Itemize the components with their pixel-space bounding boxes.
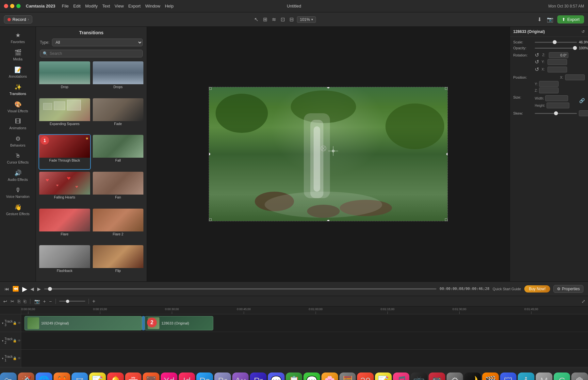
scrub-track[interactable]: [44, 288, 436, 290]
ripple-icon[interactable]: ≋: [270, 16, 277, 23]
dock-finder[interactable]: 🗂: [0, 372, 17, 380]
type-select[interactable]: All: [52, 39, 143, 46]
dock-photos[interactable]: 🌸: [321, 372, 338, 380]
menu-help[interactable]: Help: [165, 4, 174, 8]
next-frame-button[interactable]: ▶: [37, 286, 41, 292]
scale-slider[interactable]: [535, 42, 577, 43]
menu-export[interactable]: Export: [128, 4, 141, 8]
nav-audio-effects[interactable]: 🔊 Audio Effects: [2, 167, 34, 184]
dock-nordvpn[interactable]: 🛡: [500, 372, 517, 380]
camera-capture-button[interactable]: 📷: [34, 298, 41, 305]
nav-annotations[interactable]: 📝 Annotations: [2, 64, 34, 81]
dock-fantastical2[interactable]: 30: [357, 372, 374, 380]
dock-indesign[interactable]: Id: [179, 372, 195, 380]
rotation-x-input[interactable]: 0.0°: [547, 67, 567, 72]
transition-fade[interactable]: Fade: [92, 98, 144, 133]
timeline-scrubber[interactable]: [44, 288, 436, 290]
maximize-button[interactable]: [16, 4, 21, 8]
close-button[interactable]: [4, 4, 8, 8]
prev-frame-button[interactable]: ◀: [30, 286, 34, 292]
transition-fade-through-black[interactable]: 1 ★ Fade Through Black: [39, 134, 91, 170]
dock-appletv[interactable]: 📺: [411, 372, 427, 380]
nav-animations[interactable]: 🎞 Animations: [2, 116, 34, 132]
nav-behaviors[interactable]: ⚙ Behaviors: [2, 133, 34, 150]
multi-select-icon[interactable]: ⊞: [262, 16, 269, 23]
dock-reminders[interactable]: 🔔: [107, 372, 124, 380]
dock-bridge[interactable]: Br: [214, 372, 231, 380]
nav-favorites[interactable]: ★ Favorites: [2, 29, 34, 46]
dock-camtasia[interactable]: C: [554, 372, 570, 380]
camera-icon[interactable]: 📷: [546, 16, 555, 23]
menu-window[interactable]: Window: [145, 4, 160, 8]
dock-darkroom[interactable]: 🌙: [464, 372, 481, 380]
properties-refresh-icon[interactable]: ↺: [581, 29, 585, 34]
handle-tl[interactable]: [209, 87, 212, 90]
nav-voice-narration[interactable]: 🎙 Voice Narration: [2, 184, 34, 201]
dock-music[interactable]: 🎵: [393, 372, 410, 380]
rotation-y-reset-icon[interactable]: ↺: [535, 59, 539, 65]
play-button[interactable]: ▶: [22, 285, 27, 293]
dock-settings[interactable]: ⚙: [447, 372, 463, 380]
width-input[interactable]: 1800.9: [545, 95, 568, 101]
transition-flare2[interactable]: Flare 2: [92, 208, 144, 244]
transition-expanding-squares[interactable]: Expanding Squares: [39, 98, 91, 133]
dock-messages[interactable]: 💬: [303, 372, 320, 380]
menu-view[interactable]: View: [115, 4, 124, 8]
transition-drops[interactable]: Drops: [92, 61, 144, 96]
rotation-z-input[interactable]: 0.0°: [549, 52, 568, 58]
position-y-input[interactable]: 0.0: [539, 81, 559, 87]
add-track-button[interactable]: +: [92, 298, 95, 304]
rotation-reset-icon[interactable]: ↺: [535, 52, 539, 58]
dock-medium[interactable]: M: [536, 372, 552, 380]
download-icon[interactable]: ⬇: [536, 16, 543, 23]
dock-fantastical[interactable]: 📅: [125, 372, 142, 380]
transition-flip[interactable]: Flip: [92, 245, 144, 280]
lock-aspect-icon[interactable]: 🔗: [579, 98, 585, 103]
select-tool-icon[interactable]: ↖: [253, 16, 260, 23]
dock-photoshop[interactable]: Ps: [196, 372, 213, 380]
track2-eye-icon[interactable]: 👁: [18, 339, 21, 342]
position-z-input[interactable]: 0.0: [539, 87, 559, 93]
transition-marker-1[interactable]: [142, 316, 145, 330]
track3-eye-icon[interactable]: 👁: [18, 321, 21, 325]
track2-lock-icon[interactable]: 🔒: [13, 339, 17, 342]
dock-trash[interactable]: 🗑: [571, 372, 588, 380]
export-button[interactable]: ⬆ Export: [557, 15, 584, 24]
transition-flashback[interactable]: Flashback: [39, 245, 91, 280]
remove-marker-button[interactable]: −: [48, 298, 52, 305]
canvas-frame[interactable]: [209, 87, 448, 221]
menu-modify[interactable]: Modify: [85, 4, 98, 8]
nav-media[interactable]: 🎬 Media: [2, 47, 34, 63]
handle-bottom[interactable]: [327, 220, 330, 221]
menu-file[interactable]: File: [62, 4, 69, 8]
track1-expand-icon[interactable]: ▾: [2, 357, 4, 360]
record-button[interactable]: Record ›: [4, 15, 32, 24]
nav-visual-effects[interactable]: 🎨 Visual Effects: [2, 99, 34, 115]
transition-falling-hearts[interactable]: ♥ ♥ ♥ ♥ Falling Hearts: [39, 171, 91, 207]
position-x-input[interactable]: 0.0: [565, 74, 585, 80]
dock-firefox[interactable]: 🦊: [54, 372, 70, 380]
handle-right[interactable]: [446, 153, 448, 155]
rewind-button[interactable]: ⏮: [5, 286, 9, 292]
dock-notesapp[interactable]: 📝: [375, 372, 392, 380]
timeline-zoom-slider[interactable]: [59, 301, 85, 302]
dock-launchpad[interactable]: 🚀: [18, 372, 35, 380]
search-input[interactable]: [50, 51, 140, 56]
scrub-thumb[interactable]: [48, 287, 52, 291]
paste-button[interactable]: ⎗: [23, 298, 27, 305]
handle-br[interactable]: [445, 218, 448, 221]
quick-start-link[interactable]: Quick Start Guide: [493, 287, 521, 291]
expand-timeline-button[interactable]: ⤢: [581, 299, 585, 304]
dock-mail[interactable]: ✉: [72, 372, 88, 380]
crop-icon[interactable]: ⊡: [279, 16, 286, 23]
dock-audition[interactable]: Au: [232, 372, 249, 380]
nav-gesture-effects[interactable]: 👋 Gesture Effects: [2, 201, 34, 218]
add-marker-button[interactable]: +: [42, 298, 46, 305]
zoom-indicator[interactable]: 101% ▾: [297, 16, 316, 23]
rotation-y-input[interactable]: 0.0°: [547, 59, 567, 65]
height-input[interactable]: 1013.0: [547, 103, 569, 108]
track1-eye-icon[interactable]: 👁: [18, 356, 21, 360]
expand-icon[interactable]: ⊟: [288, 16, 295, 23]
minimize-button[interactable]: [10, 4, 14, 8]
dock-mediainfo[interactable]: ℹ: [518, 372, 534, 380]
